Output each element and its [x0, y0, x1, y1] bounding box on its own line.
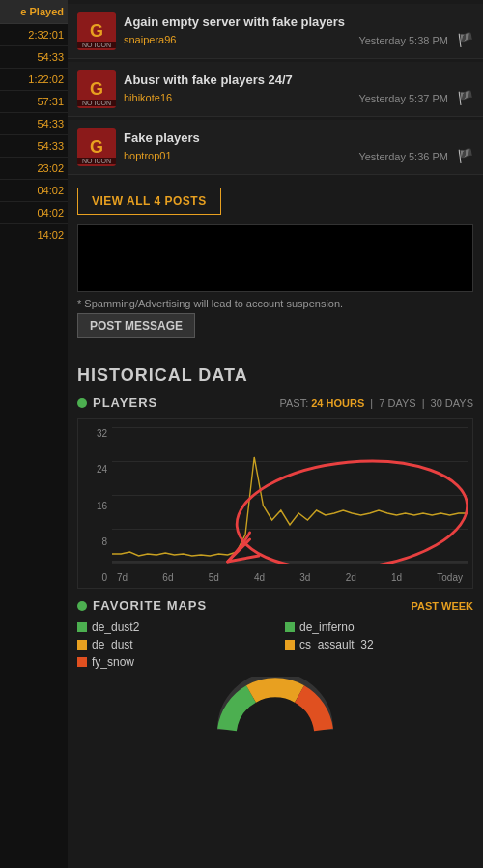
map-color-dot — [77, 640, 87, 650]
historical-section: HISTORICAL DATA PLAYERS PAST: 24 HOURS |… — [68, 356, 483, 744]
chart-line — [112, 428, 468, 564]
post-title: Fake players — [124, 130, 473, 147]
maps-grid: de_dust2 de_inferno de_dust cs_assault_3… — [77, 621, 473, 669]
post-item[interactable]: G NO ICON Again empty server with fake p… — [68, 4, 483, 59]
post-item[interactable]: G NO ICON Fake players hoptrop01 Yesterd… — [68, 120, 483, 175]
fav-maps-dot — [77, 601, 87, 611]
post-content: Again empty server with fake players sna… — [124, 14, 473, 48]
main-content: G NO ICON Again empty server with fake p… — [68, 0, 483, 744]
post-author[interactable]: snaipera96 — [124, 34, 176, 45]
svg-rect-2 — [77, 622, 87, 632]
posts-section: G NO ICON Again empty server with fake p… — [68, 0, 483, 352]
filter-24h[interactable]: 24 HOURS — [311, 397, 364, 409]
sidebar-time-row: 2:32:01 — [0, 24, 68, 46]
post-title: Again empty server with fake players — [124, 14, 473, 31]
post-meta: hoptrop01 Yesterday 5:36 PM 🏴 — [124, 148, 473, 163]
post-title: Abusr with fake players 24/7 — [124, 72, 473, 89]
sidebar-header: e Played — [0, 0, 68, 24]
spam-warning: * Spamming/Advertising will lead to acco… — [68, 292, 483, 313]
post-content: Fake players hoptrop01 Yesterday 5:36 PM… — [124, 130, 473, 164]
sidebar-time-row: 57:31 — [0, 91, 68, 113]
post-author[interactable]: hoptrop01 — [124, 150, 172, 161]
post-time: Yesterday 5:38 PM 🏴 — [358, 32, 473, 47]
post-time: Yesterday 5:36 PM 🏴 — [358, 148, 473, 163]
svg-rect-6 — [77, 657, 87, 667]
sidebar-time-row: 14:02 — [0, 224, 68, 246]
map-name: de_dust2 — [92, 621, 139, 634]
sidebar-time-row: 23:02 — [0, 158, 68, 180]
map-name: cs_assault_32 — [299, 638, 374, 651]
sidebar: e Played 2:32:0154:331:22:0257:3154:3354… — [0, 0, 68, 868]
players-header: PLAYERS PAST: 24 HOURS | 7 DAYS | 30 DAY… — [77, 395, 473, 410]
map-item: fy_snow — [77, 655, 266, 669]
sidebar-time-row: 54:33 — [0, 46, 68, 69]
sidebar-time-row: 1:22:02 — [0, 69, 68, 91]
past-week-label: PAST WEEK — [411, 600, 473, 612]
svg-rect-3 — [285, 622, 295, 632]
sidebar-time-row: 04:02 — [0, 180, 68, 202]
svg-rect-4 — [77, 640, 87, 650]
map-name: de_dust — [92, 638, 133, 651]
map-item: de_dust — [77, 638, 266, 651]
sidebar-time-row: 04:02 — [0, 202, 68, 224]
sidebar-time-row: 54:33 — [0, 113, 68, 135]
map-name: fy_snow — [92, 655, 134, 669]
active-dot — [77, 398, 87, 408]
post-avatar: G NO ICON — [77, 70, 116, 108]
map-color-dot — [77, 657, 87, 667]
players-label: PLAYERS — [77, 395, 157, 410]
chart-area: 0 8 16 24 32 — [112, 428, 468, 583]
post-author[interactable]: hihikote16 — [124, 92, 172, 103]
players-chart: 0 8 16 24 32 — [77, 418, 473, 589]
map-item: de_dust2 — [77, 621, 266, 634]
map-item: de_inferno — [285, 621, 473, 634]
svg-point-1 — [233, 451, 468, 564]
y-axis-labels: 0 8 16 24 32 — [83, 428, 107, 583]
post-meta: snaipera96 Yesterday 5:38 PM 🏴 — [124, 32, 473, 47]
filter-30d[interactable]: 30 DAYS — [431, 397, 473, 409]
post-content: Abusr with fake players 24/7 hihikote16 … — [124, 72, 473, 106]
flag-icon: 🏴 — [457, 148, 473, 163]
map-color-dot — [77, 622, 87, 632]
view-all-button[interactable]: VIEW ALL 4 POSTS — [77, 188, 221, 215]
post-time: Yesterday 5:37 PM 🏴 — [358, 90, 473, 105]
sidebar-time-row: 54:33 — [0, 135, 68, 158]
post-message-button[interactable]: POST MESSAGE — [77, 313, 195, 338]
pie-chart — [77, 677, 473, 735]
fav-maps-header: FAVORITE MAPS PAST WEEK — [77, 598, 473, 613]
post-meta: hihikote16 Yesterday 5:37 PM 🏴 — [124, 90, 473, 105]
x-axis-labels: 7d 6d 5d 4d 3d 2d 1d Today — [112, 572, 468, 583]
fav-maps-label: FAVORITE MAPS — [77, 598, 207, 613]
message-input-box[interactable] — [77, 224, 473, 292]
post-item[interactable]: G NO ICON Abusr with fake players 24/7 h… — [68, 62, 483, 117]
post-avatar: G NO ICON — [77, 12, 116, 50]
filter-7d[interactable]: 7 DAYS — [379, 397, 415, 409]
flag-icon: 🏴 — [457, 90, 473, 105]
svg-rect-5 — [285, 640, 295, 650]
flag-icon: 🏴 — [457, 32, 473, 47]
historical-title: HISTORICAL DATA — [77, 365, 473, 386]
post-avatar: G NO ICON — [77, 128, 116, 166]
map-name: de_inferno — [299, 621, 355, 634]
map-color-dot — [285, 640, 295, 650]
time-filters: PAST: 24 HOURS | 7 DAYS | 30 DAYS — [279, 397, 473, 409]
map-item: cs_assault_32 — [285, 638, 473, 651]
map-color-dot — [285, 622, 295, 632]
